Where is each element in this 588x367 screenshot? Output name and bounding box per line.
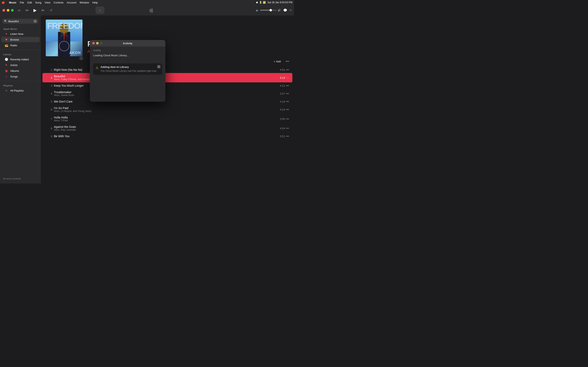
alert-box: ⚠ Adding item to Library The Cloud Music… bbox=[93, 63, 162, 75]
menu-account[interactable]: Account bbox=[67, 1, 76, 4]
modal-title: Activity bbox=[123, 42, 132, 45]
sidebar-item-songs[interactable]: ♪ Songs bbox=[1, 74, 40, 79]
track-more-button[interactable]: ••• bbox=[285, 100, 290, 103]
modal-minimize-button[interactable] bbox=[96, 42, 99, 44]
volume-track[interactable] bbox=[260, 10, 277, 11]
app-menu-music[interactable]: Music bbox=[9, 1, 17, 4]
modal-body: Activity Loading Cloud Music Library... … bbox=[90, 47, 165, 102]
sidebar-collapse-button[interactable]: ‹ bbox=[79, 56, 83, 60]
menu-bar-left: 🍎 Music File Edit Song View Controls Acc… bbox=[2, 1, 98, 4]
track-title: Against the Grain bbox=[54, 125, 277, 128]
track-more-button[interactable]: ••• bbox=[285, 76, 290, 79]
track-more-button[interactable]: ••• bbox=[285, 127, 290, 130]
track-number: 3 bbox=[49, 84, 54, 87]
repeat-button[interactable]: ↺ bbox=[49, 8, 53, 13]
track-row[interactable]: 4 Troublemaker Akon, Sweet Rush 3:57 ••• bbox=[43, 89, 292, 98]
apple-music-section-label: Apple Music bbox=[0, 26, 41, 31]
track-more-button[interactable]: ••• bbox=[285, 108, 290, 111]
volume-low-icon: 🔈 bbox=[256, 9, 259, 12]
track-title: We Don't Care bbox=[54, 100, 277, 103]
search-input[interactable] bbox=[8, 20, 32, 23]
track-row[interactable]: 2 Beautiful Akon, Colby O'Donis, and Kar… bbox=[43, 73, 292, 82]
sidebar-item-listen-now[interactable]: ♥ Listen Now bbox=[1, 31, 40, 36]
clear-search-button[interactable]: ✕ bbox=[34, 20, 37, 23]
menu-window[interactable]: Window bbox=[80, 1, 89, 4]
menu-song[interactable]: Song bbox=[35, 1, 41, 4]
more-options-button[interactable]: ••• bbox=[285, 59, 290, 64]
track-duration: 3:51 bbox=[277, 135, 285, 138]
track-number: 6 bbox=[49, 108, 54, 111]
track-title: Holla Holla bbox=[54, 116, 277, 119]
menu-file[interactable]: File bbox=[20, 1, 24, 4]
track-duration: 4:16 bbox=[277, 100, 285, 103]
content-area: FREEDOM AKON Freedom Akon + Add ••• bbox=[41, 16, 294, 184]
traffic-lights bbox=[2, 9, 14, 12]
art-circle-logo bbox=[59, 41, 69, 51]
track-info: Holla Holla Akon, T-Pain bbox=[54, 116, 277, 122]
main-window: ⇄ ⏮ ▶ ⏭ ↺ ♪ 🔈 🔊 💬 bbox=[0, 5, 294, 184]
track-row[interactable]: 7 Holla Holla Akon, T-Pain 3:00 ••• bbox=[43, 114, 292, 124]
track-row[interactable]: 3 Keep You Much Longer 4:21 ••• bbox=[43, 82, 292, 89]
shuffle-button[interactable]: ⇄ bbox=[17, 8, 21, 13]
track-duration: 4:21 bbox=[277, 84, 285, 87]
volume-thumb[interactable] bbox=[269, 9, 272, 11]
search-icon: 🔍 bbox=[4, 20, 7, 23]
sidebar-item-browse[interactable]: ❖ Browse bbox=[1, 37, 40, 42]
track-duration: 4:04 bbox=[277, 127, 285, 130]
add-button[interactable]: + Add bbox=[272, 59, 282, 64]
track-row[interactable]: 6 I'm So Paid Akon, Lil Wayne, and Young… bbox=[43, 105, 292, 114]
sidebar-bottom: An error occurred bbox=[0, 175, 41, 182]
sidebar-item-all-playlists[interactable]: ≡ All Playlists bbox=[1, 88, 40, 93]
sidebar-item-recently-added[interactable]: 🕐 Recently Added bbox=[1, 57, 40, 62]
listen-now-label: Listen Now bbox=[10, 33, 23, 35]
prev-button[interactable]: ⏮ bbox=[25, 8, 29, 13]
recently-added-icon: 🕐 bbox=[4, 58, 8, 61]
playback-controls: ⇄ ⏮ ▶ ⏭ ↺ bbox=[17, 7, 53, 13]
track-subtitle: Akon, T-Pain bbox=[54, 119, 277, 122]
maximize-button[interactable] bbox=[11, 9, 14, 12]
play-button[interactable]: ▶ bbox=[33, 7, 37, 13]
track-row[interactable]: 5 We Don't Care 4:16 ••• bbox=[43, 98, 292, 105]
all-playlists-icon: ≡ bbox=[4, 89, 8, 92]
track-number: 7 bbox=[49, 117, 54, 120]
sidebar-divider-2 bbox=[0, 81, 41, 81]
track-more-button[interactable]: ••• bbox=[285, 92, 290, 95]
lyrics-button[interactable]: 💬 bbox=[283, 8, 287, 12]
track-row[interactable]: 1 Right Now (Na Na Na) 4:01 ••• bbox=[43, 67, 292, 73]
close-button[interactable] bbox=[2, 9, 5, 12]
title-bar-right: 🔈 🔊 💬 ≡ bbox=[256, 8, 292, 12]
track-more-button[interactable]: ••• bbox=[285, 84, 290, 87]
track-row[interactable]: 8 Against the Grain Akon, Ray Lavender 4… bbox=[43, 124, 292, 133]
volume-control[interactable]: 🔈 🔊 bbox=[256, 9, 281, 12]
next-button[interactable]: ⏭ bbox=[41, 8, 45, 13]
track-info: I'm So Paid Akon, Lil Wayne, and Young J… bbox=[54, 106, 277, 113]
sidebar-item-albums[interactable]: ▣ Albums bbox=[1, 68, 40, 73]
menu-view[interactable]: View bbox=[45, 1, 51, 4]
menu-controls[interactable]: Controls bbox=[54, 1, 63, 4]
track-more-button[interactable]: ••• bbox=[285, 117, 290, 120]
alert-close-button[interactable]: ✕ bbox=[157, 65, 160, 68]
activity-modal[interactable]: Activity Activity Loading Cloud Music Li… bbox=[90, 40, 165, 102]
apple-menu[interactable]: 🍎 bbox=[2, 1, 5, 4]
track-list: 1 Right Now (Na Na Na) 4:01 ••• 2 Beauti… bbox=[41, 67, 294, 140]
activity-section-label: Activity bbox=[93, 49, 162, 52]
track-more-button[interactable]: ••• bbox=[285, 68, 290, 71]
minimize-button[interactable] bbox=[7, 9, 9, 12]
search-box[interactable]: 🔍 ✕ bbox=[2, 19, 38, 24]
menu-bar-right: ⏺ 🔋 📶 Sat 28 Jan 9:53:03 PM bbox=[256, 1, 292, 4]
queue-button[interactable]: ≡ bbox=[290, 8, 292, 12]
modal-close-button[interactable] bbox=[92, 42, 95, 44]
sidebar-item-artists[interactable]: ✎ Artists bbox=[1, 62, 40, 68]
menu-help[interactable]: Help bbox=[92, 1, 98, 4]
track-number: 5 bbox=[49, 100, 54, 103]
modal-traffic-lights bbox=[92, 42, 103, 44]
songs-icon: ♪ bbox=[4, 75, 8, 78]
sidebar-item-radio[interactable]: 📻 Radio bbox=[1, 43, 40, 48]
track-duration: 5:13 bbox=[277, 76, 285, 79]
track-row[interactable]: 9 Be With You 3:51 ••• bbox=[43, 133, 292, 140]
songs-label: Songs bbox=[10, 75, 18, 78]
menu-edit[interactable]: Edit bbox=[27, 1, 32, 4]
track-more-button[interactable]: ••• bbox=[285, 134, 290, 138]
modal-maximize-button[interactable] bbox=[100, 42, 103, 44]
albums-label: Albums bbox=[10, 69, 19, 72]
